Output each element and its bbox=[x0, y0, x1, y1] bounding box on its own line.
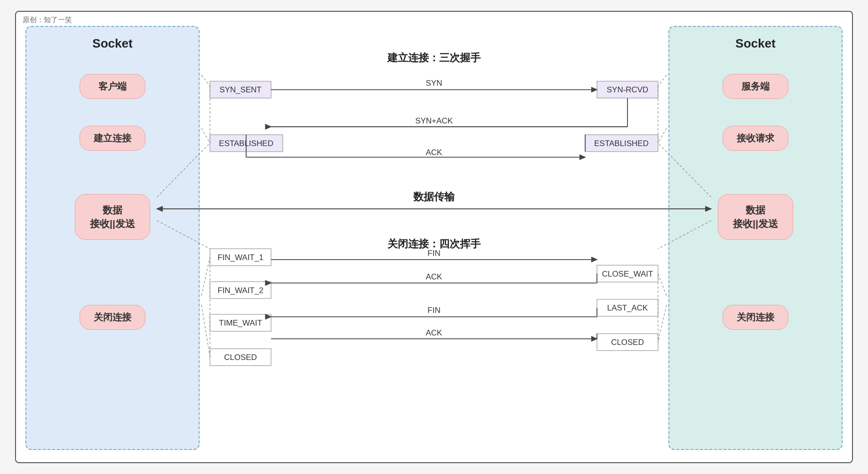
svg-text:ACK: ACK bbox=[426, 272, 443, 281]
svg-text:FIN_WAIT_1: FIN_WAIT_1 bbox=[217, 253, 263, 262]
svg-rect-39 bbox=[597, 265, 658, 282]
svg-text:SYN+ACK: SYN+ACK bbox=[415, 116, 453, 125]
svg-text:TIME_WAIT: TIME_WAIT bbox=[219, 319, 262, 327]
svg-text:ACK: ACK bbox=[426, 328, 443, 337]
data-send-recv-box-right: 数据接收||发送 bbox=[718, 194, 793, 240]
svg-rect-33 bbox=[210, 282, 271, 299]
svg-text:建立连接：三次握手: 建立连接：三次握手 bbox=[387, 52, 481, 64]
svg-text:ACK: ACK bbox=[426, 148, 443, 157]
svg-line-24 bbox=[201, 75, 210, 86]
svg-rect-37 bbox=[210, 349, 271, 366]
accept-request-box: 接收请求 bbox=[723, 126, 788, 151]
svg-text:ESTABLISHED: ESTABLISHED bbox=[219, 139, 273, 148]
svg-rect-13 bbox=[585, 135, 658, 152]
svg-line-60 bbox=[658, 305, 667, 342]
svg-line-57 bbox=[201, 305, 210, 357]
svg-text:CLOSED: CLOSED bbox=[611, 338, 644, 347]
svg-line-56 bbox=[201, 257, 210, 296]
svg-line-27 bbox=[658, 75, 667, 86]
svg-line-59 bbox=[658, 274, 667, 296]
svg-text:LAST_ACK: LAST_ACK bbox=[607, 303, 648, 312]
data-send-recv-box-left: 数据接收||发送 bbox=[75, 194, 150, 240]
svg-text:FIN: FIN bbox=[427, 306, 440, 315]
svg-text:SYN: SYN bbox=[426, 79, 442, 88]
svg-rect-9 bbox=[210, 135, 283, 152]
svg-line-25 bbox=[201, 128, 210, 143]
left-panel-title: Socket bbox=[31, 36, 194, 51]
svg-rect-7 bbox=[210, 81, 271, 98]
watermark: 原创：知了一笑 bbox=[23, 16, 72, 25]
close-connection-box-right: 关闭连接 bbox=[723, 305, 788, 330]
svg-text:FIN: FIN bbox=[427, 249, 440, 258]
svg-text:关闭连接：四次挥手: 关闭连接：四次挥手 bbox=[387, 238, 481, 250]
svg-text:SYN_SENT: SYN_SENT bbox=[219, 85, 262, 94]
main-container: 原创：知了一笑 Socket 客户端 建立连接 数据接收||发送 关闭连接 So… bbox=[15, 11, 853, 463]
svg-text:CLOSED: CLOSED bbox=[224, 353, 257, 362]
server-box: 服务端 bbox=[723, 74, 788, 99]
svg-rect-31 bbox=[210, 249, 271, 266]
right-panel-title: Socket bbox=[674, 36, 837, 51]
client-box: 客户端 bbox=[80, 74, 145, 99]
svg-text:SYN-RCVD: SYN-RCVD bbox=[607, 85, 649, 94]
svg-text:数据传输: 数据传输 bbox=[413, 191, 455, 203]
close-connection-box-left: 关闭连接 bbox=[80, 305, 145, 330]
svg-rect-41 bbox=[597, 299, 658, 316]
establish-connection-box: 建立连接 bbox=[80, 126, 145, 151]
svg-rect-43 bbox=[597, 334, 658, 351]
svg-text:ESTABLISHED: ESTABLISHED bbox=[594, 139, 649, 148]
svg-rect-35 bbox=[210, 314, 271, 331]
svg-rect-11 bbox=[597, 81, 658, 98]
left-panel: Socket 客户端 建立连接 数据接收||发送 关闭连接 bbox=[25, 26, 200, 450]
svg-text:FIN_WAIT_2: FIN_WAIT_2 bbox=[217, 286, 263, 295]
svg-line-28 bbox=[658, 128, 667, 143]
right-panel: Socket 服务端 接收请求 数据接收||发送 关闭连接 bbox=[668, 26, 843, 450]
svg-text:CLOSE_WAIT: CLOSE_WAIT bbox=[602, 270, 653, 278]
